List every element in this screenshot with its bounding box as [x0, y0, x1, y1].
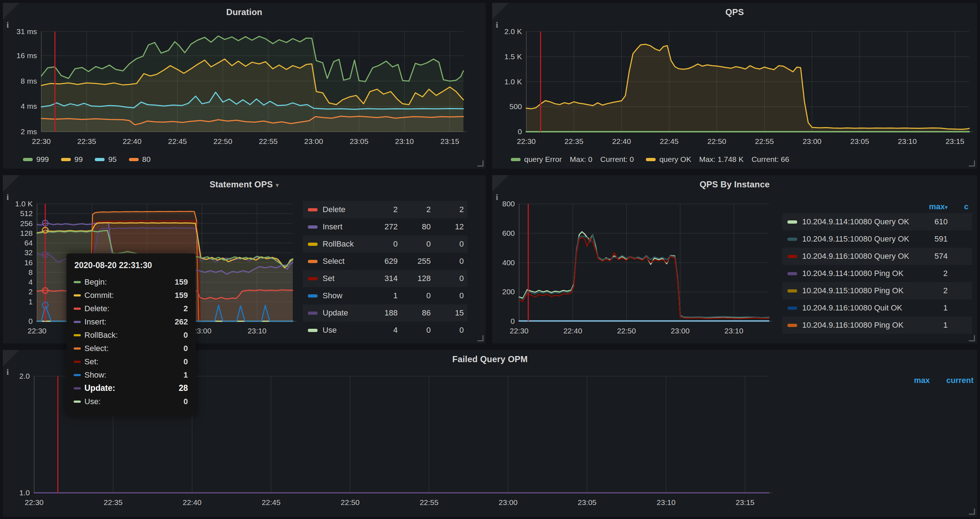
tooltip-series-label: Select: — [84, 344, 184, 353]
y-axis-tick-label: 8 ms — [21, 77, 37, 85]
x-axis-tick-label: 22:50 — [213, 137, 232, 145]
y-axis-tick-label: 1.0 K — [15, 200, 33, 208]
tooltip-row: Show:1 — [74, 368, 188, 381]
resize-handle-icon[interactable] — [969, 335, 975, 341]
tooltip-series-label: Set: — [84, 357, 184, 367]
stat-value: 0 — [398, 325, 431, 335]
table-row[interactable]: Delete222 — [303, 201, 468, 218]
tooltip-series-value: 159 — [175, 278, 188, 287]
series-color-dash-icon — [74, 281, 81, 283]
series-color-dash-icon — [95, 158, 105, 161]
y-axis-tick-label: 500 — [509, 102, 522, 111]
stat-value: 188 — [364, 308, 398, 317]
series-label: Delete — [308, 205, 364, 214]
x-axis-tick-label: 22:40 — [123, 137, 142, 145]
legend-label: 999 — [36, 155, 49, 163]
y-axis-tick-label: 16 ms — [16, 51, 37, 60]
series-color-dash-icon — [74, 308, 81, 310]
series-label: 10.204.9.116:10080 Quit OK — [788, 303, 915, 313]
sort-header-max[interactable]: max▾ — [915, 202, 948, 211]
x-axis-tick-label: 23:10 — [248, 327, 267, 335]
stat-value: 4 — [364, 325, 398, 335]
x-axis-tick-label: 23:10 — [657, 498, 676, 506]
stat-value-max: 2 — [915, 286, 948, 295]
tooltip-series-value: 0 — [184, 330, 188, 340]
y-axis-tick-label: 32 — [24, 248, 33, 257]
legend-item[interactable]: query ErrorMax: 0Current: 0 — [511, 155, 634, 163]
table-row[interactable]: 10.204.9.114:10080 Ping OK2 — [783, 265, 972, 282]
series-name: 10.204.9.114:10080 Query OK — [802, 217, 909, 227]
x-axis-tick-label: 23:00 — [499, 498, 518, 506]
x-axis-tick-label: 22:45 — [168, 137, 187, 145]
sort-header-current[interactable]: c — [948, 202, 969, 211]
x-axis-tick-label: 22:30 — [517, 137, 536, 145]
series-name: Use — [323, 325, 337, 335]
y-axis-tick-label: 128 — [20, 229, 33, 237]
legend-item[interactable]: query OKMax: 1.748 KCurrent: 66 — [646, 155, 789, 163]
y-axis-tick-label: 16 — [24, 259, 33, 267]
graph-tooltip: 2020-08-20 22:31:30 Begin:159Commit:159D… — [67, 253, 196, 415]
table-row[interactable]: Use400 — [303, 322, 468, 339]
stat-value: 0 — [431, 291, 464, 300]
series-color-dash-icon — [511, 158, 520, 161]
stat-value-max: 610 — [915, 217, 948, 227]
x-axis-tick-label: 23:05 — [578, 498, 597, 506]
table-row[interactable]: Show100 — [303, 287, 468, 304]
tooltip-row: RollBack:0 — [74, 329, 188, 342]
tooltip-series-value: 2 — [184, 304, 188, 313]
duration-chart[interactable]: 2 ms4 ms8 ms16 ms31 ms22:3022:3522:4022:… — [3, 3, 486, 169]
table-row[interactable]: Set3141280 — [303, 270, 468, 287]
series-line — [519, 234, 769, 317]
resize-handle-icon[interactable] — [969, 509, 975, 515]
legend-item[interactable]: 80 — [129, 155, 151, 163]
series-name: 10.204.9.115:10080 Ping OK — [802, 286, 904, 295]
resize-handle-icon[interactable] — [969, 160, 975, 167]
table-header-row: max▾c — [783, 200, 972, 213]
series-name: Delete — [323, 205, 345, 214]
table-row[interactable]: 10.204.9.116:10080 Query OK574 — [783, 248, 972, 265]
y-axis-tick-label: 1.5 K — [504, 52, 522, 61]
tooltip-row: Use:0 — [74, 395, 188, 408]
legend-item[interactable]: 95 — [95, 155, 116, 163]
stat-value: 86 — [398, 308, 431, 317]
series-label: 10.204.9.116:10080 Query OK — [788, 252, 915, 261]
x-axis-tick-label: 22:30 — [28, 327, 47, 335]
table-row[interactable]: Insert2728012 — [303, 218, 468, 235]
x-axis-tick-label: 22:45 — [261, 498, 280, 506]
series-label: RollBack — [308, 240, 364, 249]
legend-stat: Current: 66 — [751, 155, 789, 163]
legend-label: 80 — [142, 155, 151, 163]
table-row[interactable]: 10.204.9.115:10080 Query OK591 — [783, 230, 972, 248]
table-row[interactable]: Select6292550 — [303, 253, 468, 270]
stat-value: 128 — [398, 274, 431, 283]
x-axis-tick-label: 22:35 — [104, 498, 123, 506]
legend-item[interactable]: 99 — [61, 155, 83, 163]
table-row[interactable]: 10.204.9.114:10080 Query OK610 — [783, 213, 972, 230]
stat-value: 629 — [364, 257, 398, 266]
legend-header-max[interactable]: max — [914, 376, 930, 385]
qps-chart[interactable]: 05001.0 K1.5 K2.0 K22:3022:3522:4022:452… — [492, 3, 977, 169]
y-axis-tick-label: 4 ms — [21, 102, 37, 110]
x-axis-tick-label: 22:55 — [420, 498, 439, 506]
resize-handle-icon[interactable] — [477, 160, 484, 167]
y-axis-tick-label: 2.0 — [19, 372, 30, 380]
series-color-dash-icon — [788, 324, 797, 327]
legend-header-current[interactable]: current — [946, 376, 974, 385]
x-axis-tick-label: 23:00 — [304, 137, 323, 145]
legend-stat: Max: 0 — [570, 155, 592, 163]
table-row[interactable]: 10.204.9.116:10080 Ping OK1 — [783, 317, 972, 334]
tooltip-row: Insert:262 — [74, 315, 188, 329]
x-axis-tick-label: 22:50 — [707, 137, 726, 145]
legend-item[interactable]: 999 — [23, 155, 49, 163]
series-color-dash-icon — [308, 260, 318, 263]
series-color-dash-icon — [308, 243, 318, 246]
table-row[interactable]: 10.204.9.115:10080 Ping OK2 — [783, 282, 972, 299]
table-row[interactable]: Update1888615 — [303, 304, 468, 322]
table-row[interactable]: RollBack000 — [303, 235, 468, 253]
failed-query-legend-headers: max current — [914, 376, 974, 385]
series-color-dash-icon — [74, 361, 81, 363]
series-label: 10.204.9.114:10080 Query OK — [788, 217, 915, 227]
resize-handle-icon[interactable] — [477, 335, 484, 341]
x-axis-tick-label: 22:40 — [183, 498, 202, 506]
table-row[interactable]: 10.204.9.116:10080 Quit OK1 — [783, 299, 972, 317]
